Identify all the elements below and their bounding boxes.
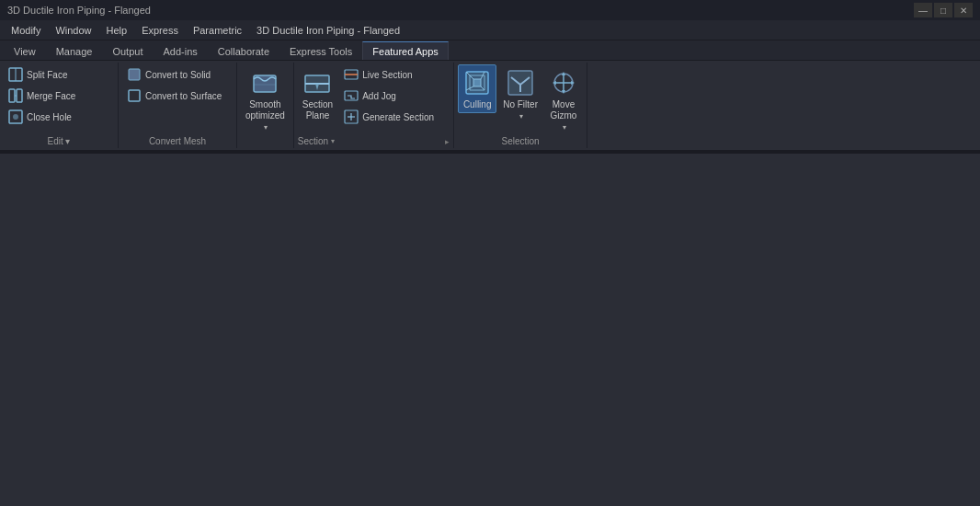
group-edit: Split Face Merge Face: [0, 63, 119, 148]
convert-surface-label: Convert to Surface: [145, 91, 222, 101]
split-face-label: Split Face: [27, 70, 67, 80]
group-smooth: Smooth optimized ▾: [237, 63, 294, 148]
culling-icon: [462, 68, 492, 98]
section-plane-button[interactable]: Section Plane: [298, 64, 337, 124]
maximize-button[interactable]: □: [934, 3, 952, 17]
ribbon-content: Split Face Merge Face: [0, 61, 980, 150]
group-selection: Culling No Filter ▾: [454, 63, 587, 148]
tab-manage[interactable]: Manage: [46, 41, 103, 60]
svg-marker-22: [473, 79, 481, 86]
culling-label: Culling: [463, 99, 492, 110]
convert-surface-icon: [127, 88, 142, 103]
convert-solid-icon: [127, 67, 142, 82]
menu-bar: Modify Window Help Express Parametric 3D…: [0, 20, 980, 40]
minimize-button[interactable]: —: [914, 3, 932, 17]
selection-group-label: Selection: [458, 134, 583, 148]
smooth-label: Smooth optimized: [245, 99, 285, 121]
tab-collaborate[interactable]: Collaborate: [208, 41, 279, 60]
move-gizmo-label: Move Gizmo: [551, 99, 577, 121]
move-gizmo-dropdown-icon: ▾: [563, 123, 566, 132]
section-plane-icon: [302, 68, 332, 98]
svg-rect-8: [129, 90, 140, 101]
tab-express-tools[interactable]: Express Tools: [279, 41, 362, 60]
smooth-optimized-button[interactable]: Smooth optimized ▾: [241, 64, 290, 134]
move-gizmo-icon: [549, 68, 578, 98]
convert-col: Convert to Solid Convert to Surface: [122, 64, 233, 106]
tab-output[interactable]: Output: [102, 41, 153, 60]
close-hole-button[interactable]: Close Hole: [4, 107, 114, 127]
group-convert-mesh: Convert to Solid Convert to Surface Conv…: [119, 63, 237, 148]
edit-group-items: Split Face Merge Face: [4, 64, 114, 134]
tab-view[interactable]: View: [4, 41, 46, 60]
smooth-dropdown-icon: ▾: [264, 123, 268, 132]
menu-express[interactable]: Express: [134, 20, 186, 40]
edit-group-label[interactable]: Edit ▾: [4, 134, 114, 148]
generate-section-icon: [344, 109, 359, 124]
selection-items: Culling No Filter ▾: [458, 64, 583, 134]
window-controls[interactable]: — □ ✕: [914, 3, 973, 17]
svg-rect-2: [9, 89, 15, 102]
section-expand-icon: ▾: [331, 137, 335, 145]
section-group-label[interactable]: Section ▾ ▸: [298, 134, 450, 148]
close-hole-label: Close Hole: [27, 112, 72, 122]
split-face-icon: [8, 67, 23, 82]
edit-col: Split Face Merge Face: [4, 64, 114, 127]
section-more-icon[interactable]: ▸: [445, 137, 450, 146]
convert-solid-label: Convert to Solid: [145, 70, 211, 80]
add-jog-button[interactable]: Add Jog: [339, 86, 450, 106]
culling-button[interactable]: Culling: [458, 64, 496, 113]
menu-3d-piping[interactable]: 3D Ductile Iron Piping - Flanged: [249, 20, 407, 40]
tab-addins[interactable]: Add-ins: [153, 41, 207, 60]
merge-face-button[interactable]: Merge Face: [4, 86, 114, 106]
merge-face-label: Merge Face: [27, 91, 75, 101]
title-bar: 3D Ductile Iron Piping - Flanged — □ ✕: [0, 0, 980, 20]
menu-help[interactable]: Help: [99, 20, 135, 40]
move-gizmo-button[interactable]: Move Gizmo ▾: [544, 64, 583, 134]
convert-to-surface-button[interactable]: Convert to Surface: [122, 86, 233, 106]
convert-mesh-items: Convert to Solid Convert to Surface: [122, 64, 233, 134]
close-button[interactable]: ✕: [954, 3, 973, 17]
add-jog-icon: [344, 88, 359, 103]
convert-mesh-label: Convert Mesh: [122, 134, 233, 148]
live-section-button[interactable]: Live Section: [339, 64, 450, 85]
title-text: 3D Ductile Iron Piping - Flanged: [7, 5, 151, 16]
generate-section-label: Generate Section: [362, 112, 434, 122]
svg-rect-7: [129, 69, 140, 80]
no-filter-dropdown-icon: ▾: [519, 112, 523, 121]
section-col: Live Section Add Jog: [339, 64, 450, 127]
live-section-icon: [344, 67, 359, 82]
menu-window[interactable]: Window: [48, 20, 98, 40]
menu-parametric[interactable]: Parametric: [186, 20, 249, 40]
group-section: Section Plane Live Section: [294, 63, 454, 148]
no-filter-label: No Filter: [503, 99, 538, 110]
smooth-group-label: [241, 144, 290, 148]
close-hole-icon: [8, 109, 23, 124]
section-plane-label: Section Plane: [302, 99, 333, 121]
split-face-button[interactable]: Split Face: [4, 64, 114, 85]
convert-to-solid-button[interactable]: Convert to Solid: [122, 64, 233, 85]
live-section-label: Live Section: [362, 70, 412, 80]
no-filter-button[interactable]: No Filter ▾: [498, 64, 542, 123]
smooth-items: Smooth optimized ▾: [241, 64, 290, 144]
add-jog-label: Add Jog: [362, 91, 396, 101]
ribbon-separator: [0, 150, 980, 154]
svg-point-6: [13, 114, 18, 120]
section-items: Section Plane Live Section: [298, 64, 450, 134]
generate-section-button[interactable]: Generate Section: [339, 107, 450, 127]
tab-featured-apps[interactable]: Featured Apps: [362, 41, 449, 60]
ribbon-tabs: View Manage Output Add-ins Collaborate E…: [0, 40, 980, 61]
no-filter-icon: [506, 68, 535, 98]
merge-face-icon: [8, 88, 23, 103]
smooth-icon: [250, 68, 279, 98]
svg-rect-3: [17, 89, 22, 102]
menu-modify[interactable]: Modify: [4, 20, 48, 40]
